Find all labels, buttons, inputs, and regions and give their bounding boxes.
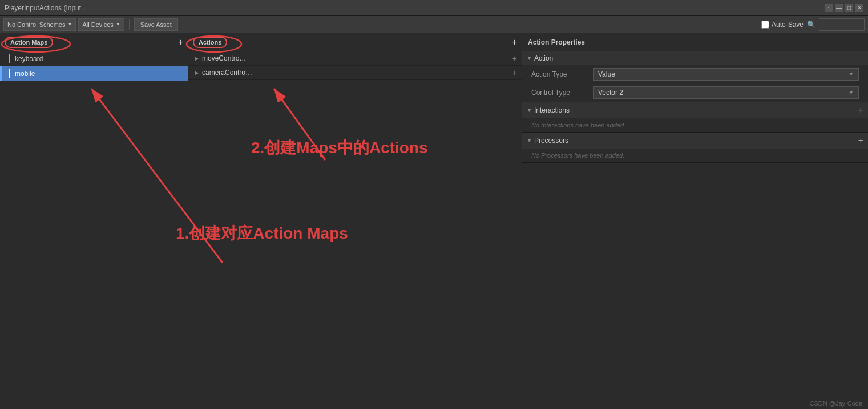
processors-label: Processors (534, 137, 568, 145)
mobile-color-bar (9, 69, 10, 78)
autosave-wrap: Auto-Save (761, 21, 804, 29)
movecontro-add-button[interactable]: + (512, 54, 517, 63)
control-type-row: Control Type Vector 2 ▼ (522, 83, 868, 102)
processors-section-header[interactable]: ▼ Processors + (522, 133, 868, 149)
movecontro-expand-icon: ▶ (195, 56, 199, 61)
processors-empty-text: No Processors have been added. (522, 149, 868, 162)
action-map-item-mobile[interactable]: mobile (0, 66, 188, 81)
all-devices-arrow-icon: ▼ (116, 22, 120, 27)
control-type-dropdown[interactable]: Vector 2 ▼ (593, 86, 859, 99)
title-bar-controls: ⋮ — □ ✕ (825, 4, 863, 12)
keyboard-color-bar (9, 54, 10, 63)
action-section: ▼ Action Action Type Value ▼ Control Typ… (522, 51, 868, 102)
action-type-value: Value (598, 70, 615, 78)
cameracontro-expand-icon: ▶ (195, 70, 199, 75)
action-maps-label: Action Maps (5, 37, 53, 48)
toolbar: No Control Schemes ▼ All Devices ▼ Save … (0, 16, 868, 33)
interactions-label: Interactions (534, 106, 570, 114)
all-devices-dropdown[interactable]: All Devices ▼ (78, 18, 124, 31)
action-section-header[interactable]: ▼ Action (522, 51, 868, 65)
autosave-area: Auto-Save 🔍 (761, 18, 865, 31)
save-asset-button[interactable]: Save Asset (134, 18, 178, 31)
action-item-movecontro[interactable]: ▶ moveContro… + (188, 51, 522, 66)
control-type-label: Control Type (531, 89, 588, 97)
actions-list: ▶ moveContro… + ▶ cameraContro… + (188, 51, 522, 409)
processors-collapse-icon: ▼ (527, 138, 532, 143)
action-maps-panel: Action Maps + keyboard mobile (0, 33, 188, 409)
action-maps-list: keyboard mobile (0, 51, 188, 409)
processors-add-button[interactable]: + (858, 135, 863, 146)
control-type-arrow-icon: ▼ (849, 90, 854, 95)
actions-add-button[interactable]: + (512, 38, 517, 47)
title-bar: PlayerInputActions (Input... ⋮ — □ ✕ (0, 0, 868, 16)
properties-panel: Action Properties ▼ Action Action Type V… (522, 33, 868, 409)
title-bar-menu-btn[interactable]: ⋮ (825, 4, 833, 12)
interactions-section-header[interactable]: ▼ Interactions + (522, 102, 868, 118)
action-maps-header: Action Maps + (0, 33, 188, 51)
no-control-schemes-dropdown[interactable]: No Control Schemes ▼ (3, 18, 76, 31)
action-item-movecontro-label: moveContro… (202, 54, 246, 62)
actions-label: Actions (193, 37, 227, 48)
properties-title: Action Properties (522, 33, 868, 51)
action-section-label: Action (534, 54, 553, 62)
title-bar-maximize-btn[interactable]: □ (845, 4, 853, 12)
title-bar-minimize-btn[interactable]: — (835, 4, 843, 12)
search-input[interactable] (819, 18, 865, 31)
action-item-cameracontro[interactable]: ▶ cameraContro… + (188, 66, 522, 80)
actions-panel: Actions + ▶ moveContro… + ▶ cameraContro… (188, 33, 522, 409)
autosave-checkbox[interactable] (761, 21, 769, 29)
no-control-schemes-arrow-icon: ▼ (68, 22, 72, 27)
interactions-section: ▼ Interactions + No Interactions have be… (522, 102, 868, 133)
actions-header: Actions + (188, 33, 522, 51)
control-type-value: Vector 2 (598, 89, 623, 97)
interactions-empty-text: No Interactions have been added. (522, 118, 868, 132)
action-maps-add-button[interactable]: + (178, 38, 183, 47)
main-layout: Action Maps + keyboard mobile Actions + (0, 33, 868, 409)
action-item-cameracontro-label: cameraContro… (202, 69, 252, 77)
autosave-label: Auto-Save (772, 21, 804, 29)
action-section-collapse-icon: ▼ (527, 55, 532, 61)
action-type-arrow-icon: ▼ (849, 71, 854, 77)
action-map-item-mobile-label: mobile (15, 70, 35, 78)
action-map-item-keyboard-label: keyboard (15, 55, 43, 63)
action-map-item-keyboard[interactable]: keyboard (0, 51, 188, 66)
search-icon: 🔍 (807, 21, 815, 29)
action-type-label: Action Type (531, 70, 588, 78)
action-type-row: Action Type Value ▼ (522, 65, 868, 83)
processors-section: ▼ Processors + No Processors have been a… (522, 133, 868, 163)
title-bar-text: PlayerInputActions (Input... (5, 4, 87, 12)
action-type-dropdown[interactable]: Value ▼ (593, 68, 859, 81)
cameracontro-add-button[interactable]: + (512, 68, 517, 77)
interactions-add-button[interactable]: + (858, 105, 863, 115)
toolbar-separator (129, 19, 130, 30)
interactions-collapse-icon: ▼ (527, 107, 532, 113)
title-bar-close-btn[interactable]: ✕ (855, 4, 863, 12)
